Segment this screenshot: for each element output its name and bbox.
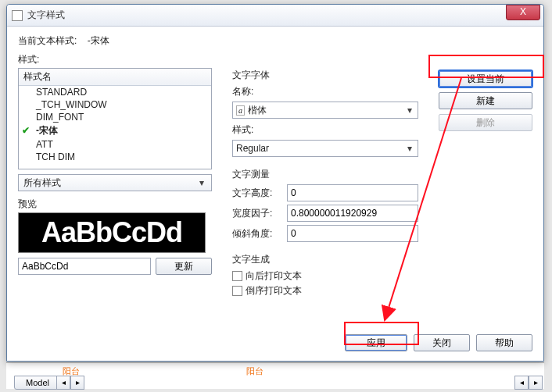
text-style-dialog: 文字样式 X 当前文本样式: -宋体 样式: 样式名 STANDARD_TCH_… [6,4,544,362]
width-label: 宽度因子: [232,207,287,220]
gen-section: 文字生成 [232,253,418,266]
close-button[interactable]: X [506,5,540,20]
list-item[interactable]: ✔-宋体 [19,123,211,138]
tab-nav-right[interactable]: ◂▸ [56,376,84,390]
close-icon: X [520,6,526,17]
filter-value: 所有样式 [23,176,61,190]
backward-checkbox-row[interactable]: 向后打印文本 [232,269,418,283]
font-name-dropdown[interactable]: a 楷体 ▾ [232,102,418,119]
titlebar[interactable]: 文字样式 X [7,5,543,27]
backward-label: 向后打印文本 [246,269,302,283]
checkbox-icon[interactable] [232,271,242,281]
help-button[interactable]: 帮助 [476,334,532,351]
check-icon: ✔ [22,125,30,136]
list-item-label: -宋体 [36,125,58,136]
chevron-down-icon: ▾ [403,105,416,116]
list-item[interactable]: ATT [19,138,211,151]
list-item[interactable]: TCH DIM [19,151,211,163]
reverse-label: 倒序打印文本 [246,284,302,298]
font-style-dropdown[interactable]: Regular ▾ [232,140,418,157]
preview-image: AaBbCcDd [18,212,206,253]
styles-label: 样式: [18,53,212,66]
font-name-label: 名称: [232,85,287,98]
measure-section: 文字测量 [232,168,418,181]
reverse-checkbox-row[interactable]: 倒序打印文本 [232,284,418,298]
preview-label: 预览 [18,198,212,211]
set-current-button[interactable]: 设置当前 [439,70,532,87]
font-section: 文字字体 [232,69,418,82]
styles-header[interactable]: 样式名 [19,69,211,86]
dialog-title: 文字样式 [27,9,65,22]
height-input[interactable] [287,184,418,201]
chevron-right-icon[interactable]: ▸ [70,376,84,390]
oblique-input[interactable] [287,225,418,242]
height-label: 文字高度: [232,187,287,200]
list-item-label: TCH DIM [36,151,75,162]
chevron-left-icon[interactable]: ◂ [56,376,70,390]
chevron-left-icon[interactable]: ◂ [514,376,529,390]
close-dialog-button[interactable]: 关闭 [414,334,470,351]
current-style-line: 当前文本样式: -宋体 [18,34,532,48]
styles-listbox[interactable]: 样式名 STANDARD_TCH_WINDOWDIM_FONT✔-宋体ATTTC… [18,68,212,169]
font-style-label: 样式: [232,123,287,137]
list-item[interactable]: DIM_FONT [19,111,211,123]
current-style-value: -宋体 [88,35,109,46]
filter-dropdown[interactable]: 所有样式 ▾ [18,174,212,191]
chevron-right-icon[interactable]: ▸ [529,376,543,390]
font-glyph-icon: a [236,105,245,116]
apply-button[interactable]: 应用 [345,334,407,351]
checkbox-icon[interactable] [232,286,242,296]
chevron-down-icon: ▾ [195,177,208,188]
preview-input[interactable] [18,258,151,275]
app-icon [12,10,23,21]
chevron-down-icon: ▾ [403,143,416,154]
width-input[interactable] [287,205,418,222]
list-item[interactable]: _TCH_WINDOW [19,98,211,111]
list-item-label: ATT [36,139,53,150]
list-item-label: DIM_FONT [36,112,84,123]
list-item-label: _TCH_WINDOW [36,99,107,110]
font-style-value: Regular [236,143,403,154]
font-name-value: 楷体 [248,104,403,117]
tab-nav-far[interactable]: ◂▸ [514,376,543,390]
update-button[interactable]: 更新 [156,258,212,275]
delete-button: 删除 [439,114,532,131]
list-item[interactable]: STANDARD [19,86,211,98]
oblique-label: 倾斜角度: [232,227,287,241]
model-tab[interactable]: Model [14,376,61,390]
current-style-label: 当前文本样式: [18,35,77,46]
new-button[interactable]: 新建 [439,92,532,109]
list-item-label: STANDARD [36,87,87,98]
bg-text-2: 阳台 [246,365,263,377]
background-strip [6,362,544,389]
